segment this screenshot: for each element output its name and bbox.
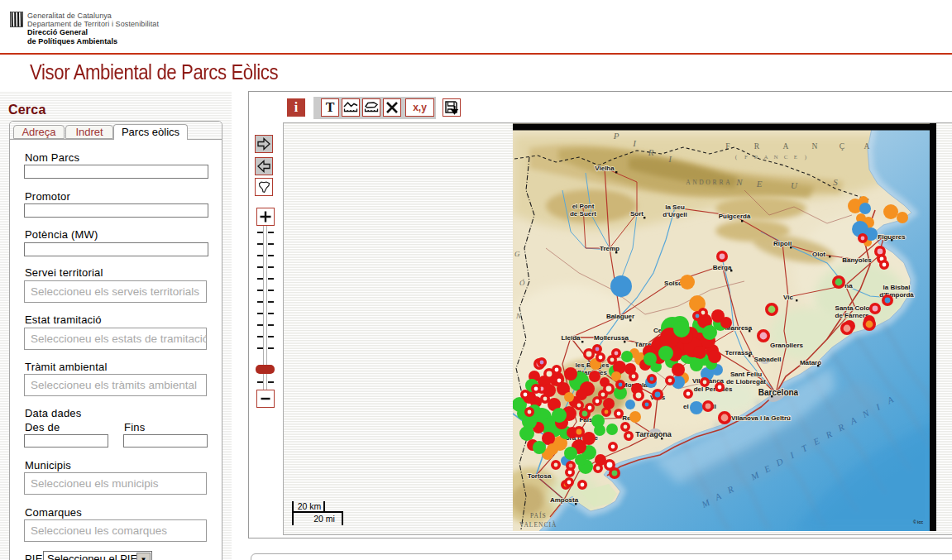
svg-text:F: F [744, 154, 748, 160]
svg-text:A: A [864, 142, 870, 151]
svg-text:Sort: Sort [630, 210, 643, 218]
svg-text:Ç: Ç [840, 142, 844, 151]
svg-text:Ó: Ó [519, 279, 525, 287]
svg-text:C: C [784, 154, 788, 160]
svg-text:Tortosa: Tortosa [528, 472, 552, 480]
svg-text:R: R [712, 179, 716, 186]
svg-text:de Suert: de Suert [570, 210, 596, 218]
svg-text:na: na [844, 282, 853, 290]
svg-text:Olot: Olot [812, 251, 825, 258]
svg-text:Sant Feliu: Sant Feliu [730, 371, 762, 378]
svg-text:N: N [735, 177, 743, 187]
svg-text:N: N [812, 142, 818, 151]
svg-text:S: S [833, 177, 838, 187]
svg-text:N: N [692, 179, 697, 186]
svg-text:D: D [699, 179, 704, 186]
svg-text:R: R [648, 147, 654, 157]
svg-text:d'Urgell: d'Urgell [663, 211, 686, 218]
svg-text:R: R [719, 179, 723, 186]
svg-text:Vic: Vic [783, 294, 793, 301]
svg-text:Tarragona: Tarragona [635, 430, 672, 438]
svg-text:© icc: © icc [913, 519, 923, 524]
svg-text:de Farners: de Farners [835, 312, 869, 319]
svg-text:G: G [514, 250, 520, 258]
svg-text:Balaguer: Balaguer [606, 313, 634, 320]
svg-text:A: A [783, 142, 789, 151]
svg-text:Barcelona: Barcelona [758, 388, 799, 397]
svg-text:del Penedès: del Penedès [694, 385, 733, 393]
svg-text:VALENCIÀ: VALENCIÀ [519, 520, 557, 529]
svg-text:Berga: Berga [713, 264, 732, 271]
svg-text:Lleida: Lleida [561, 334, 581, 342]
svg-text:A: A [686, 179, 691, 186]
svg-text:F: F [725, 142, 730, 151]
svg-text:A: A [763, 154, 768, 160]
svg-text:Tremp: Tremp [600, 245, 620, 252]
svg-text:E: E [756, 179, 763, 189]
svg-text:Mollerussa: Mollerussa [594, 334, 629, 342]
svg-text:Vilanova i la Geltrú: Vilanova i la Geltrú [731, 414, 791, 422]
svg-text:la Seu: la Seu [665, 203, 685, 211]
svg-text:E: E [794, 154, 797, 160]
svg-text:R: R [754, 142, 760, 151]
svg-text:Amposta: Amposta [550, 496, 579, 504]
svg-text:de Llobregat: de Llobregat [726, 378, 766, 385]
svg-text:el Pont: el Pont [572, 203, 595, 210]
svg-text:O: O [706, 179, 710, 186]
svg-text:N: N [773, 154, 777, 160]
svg-text:P: P [613, 131, 620, 141]
svg-text:Solso: Solso [664, 280, 682, 287]
svg-text:U: U [791, 180, 798, 190]
svg-text:Ripoll: Ripoll [773, 240, 792, 247]
svg-text:Vielha: Vielha [595, 165, 615, 172]
svg-text:PAÍS: PAÍS [530, 511, 547, 519]
svg-text:Banyoles: Banyoles [842, 256, 872, 264]
svg-text:Granollers: Granollers [770, 342, 804, 349]
svg-text:N: N [515, 312, 522, 320]
svg-text:R: R [754, 154, 758, 160]
svg-text:A: A [725, 179, 730, 186]
svg-text:la Bisbal: la Bisbal [883, 284, 911, 291]
svg-text:Terrassa: Terrassa [725, 349, 753, 357]
svg-text:Sabadell: Sabadell [754, 356, 782, 363]
svg-text:Puigcerdà: Puigcerdà [719, 213, 751, 220]
